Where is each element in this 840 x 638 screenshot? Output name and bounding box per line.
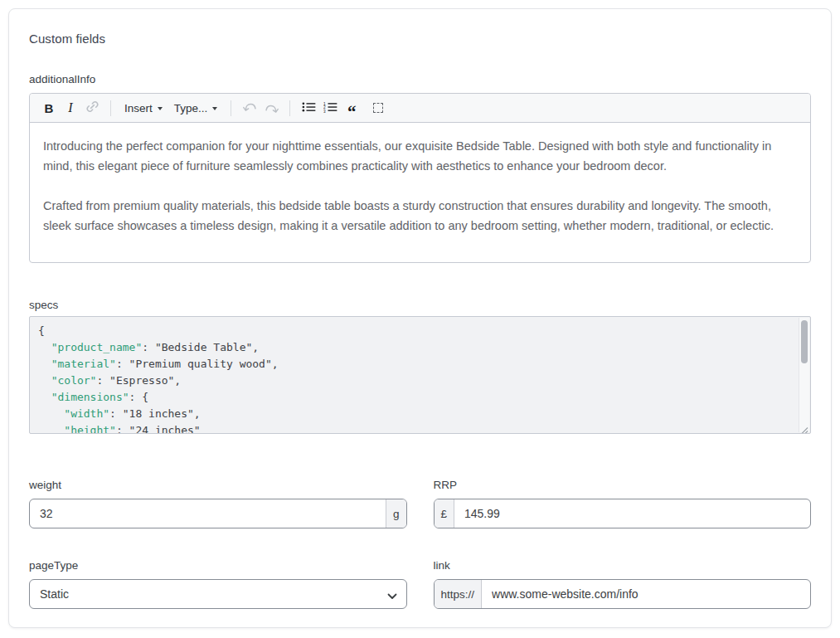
italic-button[interactable]: I: [60, 97, 81, 119]
type-dropdown[interactable]: Type...: [168, 97, 224, 119]
code-line: "material": "Premium quality wood",: [38, 356, 789, 373]
link-icon: [85, 100, 100, 116]
editor-paragraph: Introducing the perfect companion for yo…: [43, 136, 797, 176]
weight-label: weight: [29, 479, 407, 491]
editor-toolbar: B I Insert: [30, 94, 810, 123]
chevron-down-icon: [158, 107, 163, 110]
editor-paragraph: Crafted from premium quality materials, …: [43, 196, 797, 236]
weight-input-group: g: [29, 499, 407, 528]
link-input[interactable]: [482, 580, 810, 608]
dashed-box-icon: [373, 103, 383, 113]
insert-dropdown[interactable]: Insert: [119, 97, 168, 119]
resize-handle-icon[interactable]: [800, 423, 808, 431]
panel-title: Custom fields: [29, 32, 811, 46]
svg-text:3: 3: [323, 109, 326, 112]
toolbar-separator: [289, 100, 290, 116]
specs-field: specs { "product_name": "Bedside Table",…: [29, 299, 811, 434]
weight-input[interactable]: [30, 499, 386, 528]
type-dropdown-label: Type...: [174, 102, 208, 114]
page-type-field: pageType Static: [29, 559, 407, 609]
undo-button[interactable]: [239, 97, 260, 119]
bullet-list-icon: [302, 101, 316, 115]
rrp-field: RRP £: [434, 479, 812, 528]
specs-code-editor[interactable]: { "product_name": "Bedside Table", "mate…: [29, 316, 811, 434]
link-button[interactable]: [81, 97, 103, 119]
scrollbar-thumb[interactable]: [801, 320, 808, 363]
code-line: "width": "18 inches",: [38, 406, 789, 422]
redo-button[interactable]: [260, 97, 282, 119]
link-protocol-prefix: https://: [435, 580, 483, 608]
specs-label: specs: [29, 299, 811, 311]
additional-info-field: additionalInfo B I: [29, 73, 811, 263]
rrp-input-group: £: [434, 499, 812, 528]
container-button[interactable]: [367, 97, 389, 119]
rrp-currency-prefix: £: [435, 499, 455, 528]
rich-text-editor: B I Insert: [29, 93, 811, 263]
code-line: {: [38, 323, 789, 339]
custom-fields-panel: Custom fields additionalInfo B I: [8, 8, 832, 628]
bullet-list-button[interactable]: [298, 97, 319, 119]
link-input-group: https://: [434, 579, 812, 609]
redo-icon: [264, 102, 279, 114]
insert-dropdown-label: Insert: [124, 102, 153, 114]
numbered-list-icon: 1 2 3: [323, 101, 337, 115]
rrp-label: RRP: [434, 479, 812, 491]
weight-unit-suffix: g: [386, 499, 406, 528]
toolbar-separator: [231, 100, 231, 116]
code-line: "dimensions": {: [38, 389, 789, 406]
numbered-list-button[interactable]: 1 2 3: [319, 97, 341, 119]
rrp-input[interactable]: [454, 499, 810, 528]
link-field: link https://: [434, 559, 812, 609]
chevron-down-icon: [212, 107, 217, 110]
code-line: "product_name": "Bedside Table",: [38, 339, 789, 356]
code-line: "height": "24 inches": [38, 422, 789, 434]
page-type-select-wrap: Static: [29, 579, 407, 609]
blockquote-button[interactable]: “: [341, 97, 362, 119]
page-type-select[interactable]: Static: [29, 579, 407, 609]
toolbar-separator: [110, 100, 111, 116]
scrollbar-track[interactable]: [799, 318, 809, 432]
link-label: link: [434, 559, 812, 572]
code-line: "color": "Espresso",: [38, 373, 789, 389]
editor-content[interactable]: Introducing the perfect companion for yo…: [30, 123, 810, 262]
weight-field: weight g: [29, 479, 407, 528]
bold-button[interactable]: B: [38, 97, 60, 119]
undo-icon: [242, 100, 258, 115]
additional-info-label: additionalInfo: [29, 73, 811, 85]
page-type-label: pageType: [29, 559, 407, 572]
